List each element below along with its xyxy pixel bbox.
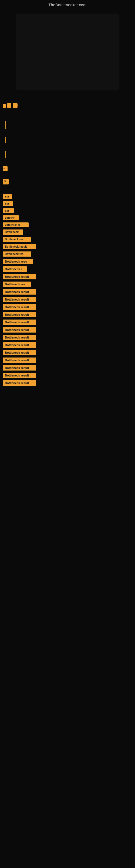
result-label: Bot	[3, 201, 13, 206]
list-item: Bottleneck result	[0, 319, 135, 325]
list-item: Bottleneck result	[0, 365, 135, 371]
list-item: Bottleneck result	[0, 289, 135, 294]
partial-block-s: s	[3, 166, 8, 171]
result-tiny-3	[13, 103, 17, 108]
result-label: Bot	[3, 194, 12, 199]
result-label: Bottlene	[3, 215, 19, 220]
list-item: Bottleneck result	[0, 342, 135, 348]
thin-marker-1	[5, 121, 6, 129]
result-label: Bottleneck	[3, 229, 23, 235]
result-label: Bottleneck result	[3, 289, 36, 294]
list-item: Bottleneck result	[0, 297, 135, 302]
result-label: Bot	[3, 208, 14, 213]
list-item: Bot	[0, 194, 135, 199]
result-label: Bottleneck result	[3, 304, 36, 310]
result-label: Bottleneck result	[3, 319, 36, 325]
result-label: Bottleneck result	[3, 244, 36, 249]
thin-marker-2	[5, 137, 6, 143]
list-item: Bottleneck result	[0, 373, 135, 378]
list-item: Bottleneck resu	[0, 259, 135, 264]
list-item: Bottleneck result	[0, 304, 135, 310]
list-item: Bot	[0, 208, 135, 213]
chart-area	[0, 14, 135, 101]
result-label: Bottleneck result	[3, 380, 36, 386]
partial-block-b: B	[3, 179, 9, 184]
result-tiny-1	[3, 104, 6, 108]
list-item: Bottleneck result	[0, 327, 135, 333]
list-item: Bottleneck result	[0, 380, 135, 386]
early-results-section	[0, 101, 135, 121]
list-item: Bottleneck result	[0, 358, 135, 363]
result-label: Bottleneck result	[3, 342, 36, 348]
result-label: Bottleneck result	[3, 312, 36, 317]
list-item: Bottleneck res	[0, 282, 135, 287]
result-label: Bottleneck result	[3, 373, 36, 378]
result-label: Bottleneck result	[3, 335, 36, 340]
list-item: Bottleneck result	[0, 244, 135, 249]
thin-marker-3	[5, 151, 6, 158]
result-label: Bottleneck result	[3, 297, 36, 302]
result-tiny-2	[7, 103, 11, 108]
result-label: Bottleneck result	[3, 274, 36, 279]
result-label: Bottleneck result	[3, 327, 36, 333]
result-label: Bottleneck result	[3, 365, 36, 371]
list-item: Bottleneck re	[0, 222, 135, 227]
site-title: TheBottlenecker.com	[0, 0, 135, 8]
list-item: Bottleneck result	[0, 335, 135, 340]
result-label: Bottleneck res	[3, 237, 31, 242]
result-label: Bottleneck re	[3, 222, 29, 227]
list-item: Bottleneck r	[0, 267, 135, 272]
list-item: Bottleneck result	[0, 274, 135, 279]
list-item: Bot	[0, 201, 135, 206]
list-item: Bottleneck	[0, 229, 135, 235]
result-label: Bottleneck result	[3, 358, 36, 363]
result-label: Bottleneck result	[3, 350, 36, 355]
result-label: Bottleneck res	[3, 251, 31, 257]
result-label: Bottleneck res	[3, 282, 31, 287]
list-item: Bottleneck result	[0, 350, 135, 355]
result-label: Bottleneck resu	[3, 259, 33, 264]
list-item: Bottleneck res	[0, 251, 135, 257]
results-container: Bot Bot Bot Bottlene Bottleneck re Bottl…	[0, 191, 135, 391]
list-item: Bottleneck result	[0, 312, 135, 317]
result-label: Bottleneck r	[3, 267, 27, 272]
list-item: Bottleneck res	[0, 237, 135, 242]
list-item: Bottlene	[0, 215, 135, 220]
chart-inner	[16, 14, 119, 90]
